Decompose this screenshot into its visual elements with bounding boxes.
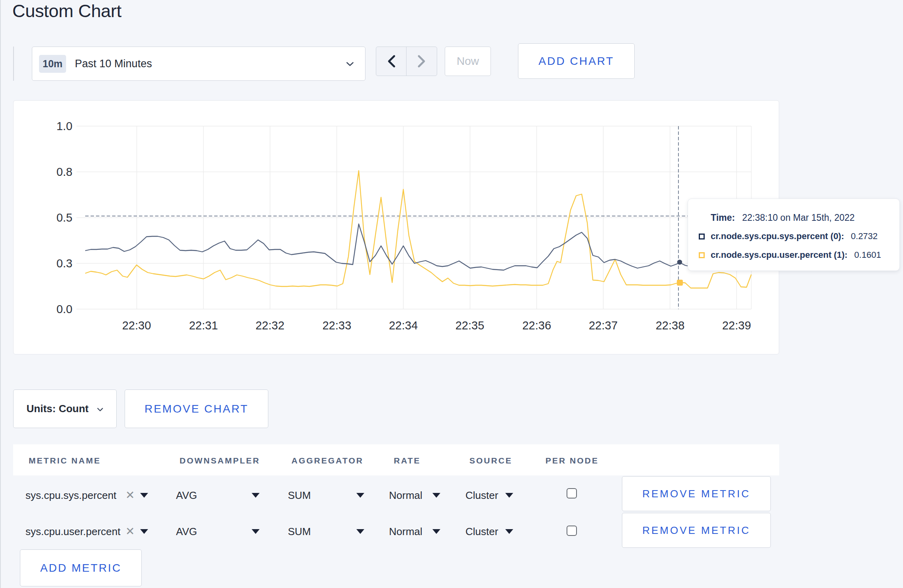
svg-text:22:34: 22:34: [389, 319, 418, 332]
svg-text:22:39: 22:39: [722, 319, 751, 332]
svg-text:1.0: 1.0: [57, 120, 72, 132]
svg-text:0.8: 0.8: [57, 165, 72, 178]
svg-text:22:37: 22:37: [589, 319, 618, 332]
svg-text:22:32: 22:32: [256, 319, 285, 332]
svg-text:22:31: 22:31: [189, 319, 218, 332]
svg-text:0.5: 0.5: [57, 211, 72, 224]
svg-text:22:35: 22:35: [455, 319, 485, 332]
svg-text:22:36: 22:36: [522, 319, 551, 332]
svg-text:0.3: 0.3: [57, 257, 72, 270]
svg-text:0.0: 0.0: [57, 303, 72, 315]
svg-text:22:38: 22:38: [656, 319, 685, 332]
svg-text:22:30: 22:30: [122, 319, 151, 332]
svg-text:22:33: 22:33: [322, 319, 352, 332]
